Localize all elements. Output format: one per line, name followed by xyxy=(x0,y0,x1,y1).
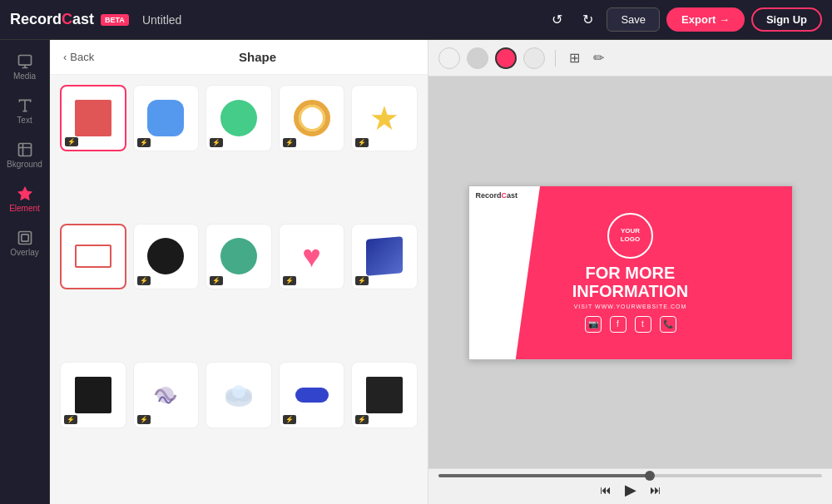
shape-item-pill[interactable]: ⚡ xyxy=(279,362,345,428)
shape-item-black-circle[interactable]: ⚡ xyxy=(133,224,200,290)
shape-item-star[interactable]: ★ ⚡ xyxy=(351,85,418,151)
skip-forward-button[interactable]: ⏭ xyxy=(650,483,661,497)
color-option-4[interactable] xyxy=(523,47,545,69)
toolbar-divider xyxy=(555,50,556,67)
svg-rect-4 xyxy=(21,235,27,241)
canvas-area: RecordCast YOUR LOGO FOR MORE INFORMATIO… xyxy=(428,77,832,468)
topbar: RecordCast BETA Untitled ↺ ↻ Save Export… xyxy=(0,0,832,40)
shape-panel-title: Shape xyxy=(101,50,414,64)
canvas-content: YOUR LOGO FOR MORE INFORMATION VISIT WWW… xyxy=(469,186,792,359)
grid-icon[interactable]: ⊞ xyxy=(566,47,583,69)
preview-area: ⊞ ✏ RecordCast YOUR xyxy=(428,40,832,504)
play-button[interactable]: ▶ xyxy=(625,481,636,499)
sidebar-item-bkground[interactable]: Bkground xyxy=(3,135,47,175)
color-option-3[interactable] xyxy=(495,47,517,69)
beta-badge: BETA xyxy=(101,14,129,26)
shape-item-teal-circle[interactable]: ⚡ xyxy=(206,224,272,290)
back-button[interactable]: ‹ Back xyxy=(63,51,94,63)
shape-item-blue-rounded[interactable]: ⚡ xyxy=(133,85,200,151)
facebook-icon: f xyxy=(610,316,626,333)
shape-item-green-circle[interactable]: ⚡ xyxy=(206,85,272,151)
shape-item-cloud[interactable] xyxy=(206,362,272,428)
project-name[interactable]: Untitled xyxy=(142,13,181,27)
save-button[interactable]: Save xyxy=(607,7,660,32)
instagram-icon: 📷 xyxy=(585,316,602,333)
color-option-1[interactable] xyxy=(438,47,460,69)
pen-icon[interactable]: ✏ xyxy=(590,47,607,69)
progress-thumb xyxy=(645,471,655,481)
svg-rect-3 xyxy=(18,232,31,245)
canvas-frame[interactable]: RecordCast YOUR LOGO FOR MORE INFORMATIO… xyxy=(468,185,793,360)
phone-icon: 📞 xyxy=(660,316,676,333)
sidebar-item-media[interactable]: Media xyxy=(3,47,47,87)
redo-button[interactable]: ↻ xyxy=(576,8,600,31)
preview-toolbar: ⊞ ✏ xyxy=(428,40,832,77)
app-logo: RecordCast BETA xyxy=(10,11,129,28)
progress-fill xyxy=(438,474,650,477)
svg-rect-1 xyxy=(18,144,31,156)
svg-marker-2 xyxy=(17,187,32,200)
left-sidebar: Media Text Bkground Element xyxy=(0,40,50,504)
sidebar-item-text[interactable]: Text xyxy=(3,91,47,131)
canvas-main-text: FOR MORE INFORMATION xyxy=(572,264,689,300)
shape-item-gold-ring[interactable]: ⚡ xyxy=(279,85,345,151)
svg-point-9 xyxy=(232,385,245,398)
shape-item-squiggle[interactable]: ⚡ xyxy=(133,362,200,428)
export-button[interactable]: Export → xyxy=(666,7,745,32)
shape-grid: ⚡ ⚡ ⚡ ⚡ ★ ⚡ ⚡ xyxy=(50,75,428,504)
shape-item-black-rect[interactable]: ⚡ xyxy=(60,362,126,428)
sidebar-item-overlay[interactable]: Overlay xyxy=(3,223,47,264)
canvas-your-logo: YOUR LOGO xyxy=(607,213,653,259)
shape-item-rect-outline[interactable] xyxy=(60,224,126,290)
logo-text: RecordCast xyxy=(10,11,94,28)
progress-bar[interactable] xyxy=(438,474,822,477)
shape-item-blue-pentagon[interactable]: ⚡ xyxy=(351,224,418,290)
canvas-sub-text: VISIT WWW.YOURWEBSITE.COM xyxy=(574,304,687,309)
shape-panel: ‹ Back Shape ⚡ ⚡ ⚡ ⚡ ★ xyxy=(50,40,428,504)
shape-item-dark-rect2[interactable]: ⚡ xyxy=(351,362,418,428)
color-option-2[interactable] xyxy=(467,47,488,69)
twitter-icon: t xyxy=(635,316,651,333)
canvas-social-icons: 📷 f t 📞 xyxy=(585,316,676,333)
playback-bar: ⏮ ▶ ⏭ xyxy=(428,468,832,504)
shape-panel-header: ‹ Back Shape xyxy=(50,40,428,75)
shape-item-heart[interactable]: ♥ ⚡ xyxy=(279,224,345,290)
signup-button[interactable]: Sign Up xyxy=(751,7,822,32)
undo-button[interactable]: ↺ xyxy=(545,8,569,31)
shape-item-red-rect[interactable]: ⚡ xyxy=(60,85,126,151)
chevron-left-icon: ‹ xyxy=(63,51,67,63)
playback-controls: ⏮ ▶ ⏭ xyxy=(438,481,822,499)
skip-back-button[interactable]: ⏮ xyxy=(600,483,612,497)
sidebar-item-element[interactable]: Element xyxy=(3,179,47,220)
main-content: Media Text Bkground Element xyxy=(0,40,832,504)
svg-rect-0 xyxy=(18,56,31,66)
